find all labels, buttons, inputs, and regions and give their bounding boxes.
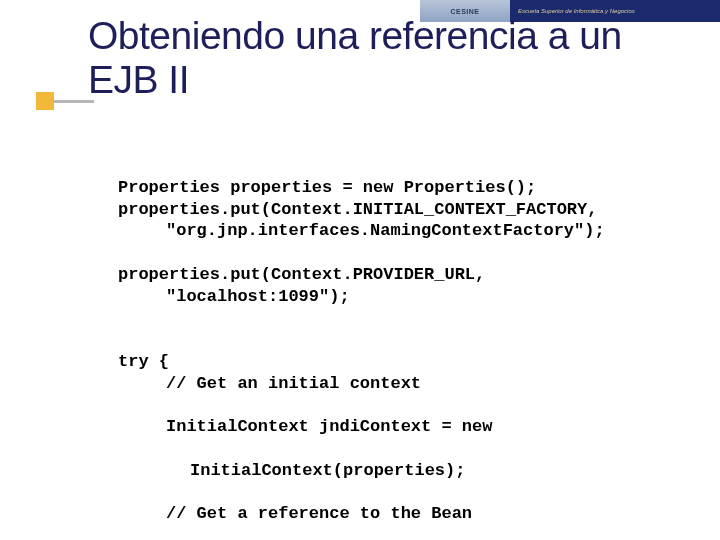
code-line: // Get a reference to the Bean [118, 503, 680, 525]
code-block: Properties properties = new Properties()… [118, 155, 680, 540]
slide-title: Obteniendo una referencia a un EJB II [88, 14, 690, 101]
code-line: // Get an initial context [118, 373, 680, 395]
code-line: properties.put(Context.INITIAL_CONTEXT_F… [118, 200, 597, 219]
code-line: InitialContext(properties); [118, 460, 680, 482]
code-line: Properties properties = new Properties()… [118, 178, 536, 197]
code-line: InitialContext jndiContext = new [118, 416, 680, 438]
code-line: "localhost:1099"); [118, 286, 680, 308]
code-line: properties.put(Context.PROVIDER_URL, [118, 265, 485, 284]
code-line: "org.jnp.interfaces.NamingContextFactory… [118, 220, 680, 242]
code-line: try { [118, 352, 169, 371]
title-block: Obteniendo una referencia a un EJB II [88, 14, 690, 101]
accent-square [36, 92, 54, 110]
accent-graphic [36, 86, 94, 134]
